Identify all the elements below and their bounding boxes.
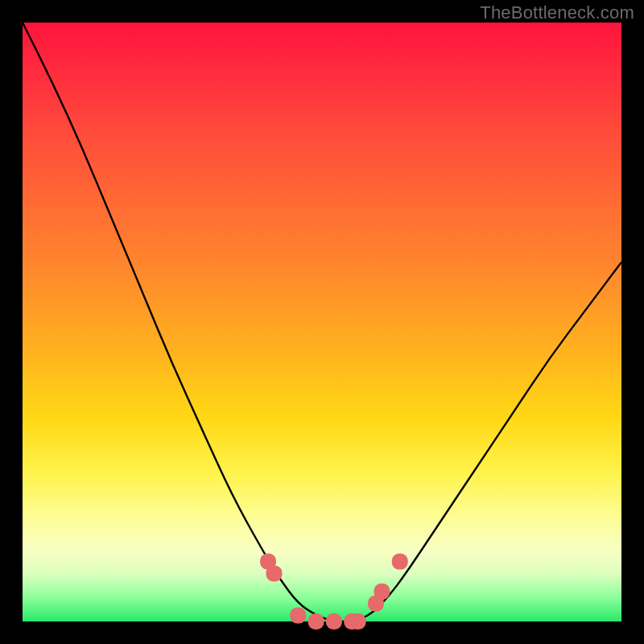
watermark-label: TheBottleneck.com xyxy=(480,2,634,23)
bottleneck-curve xyxy=(23,23,621,621)
highlight-dot xyxy=(392,554,408,570)
highlight-dot xyxy=(350,613,366,630)
plot-area xyxy=(23,23,621,621)
chart-frame: TheBottleneck.com xyxy=(0,0,644,644)
highlight-dot xyxy=(326,613,342,630)
highlight-dot xyxy=(266,565,282,581)
highlight-dots xyxy=(260,554,408,630)
highlight-dot xyxy=(290,608,306,624)
curve-svg xyxy=(23,23,621,621)
highlight-dot xyxy=(374,584,390,600)
highlight-dot xyxy=(308,613,324,630)
curve-path xyxy=(23,23,621,621)
